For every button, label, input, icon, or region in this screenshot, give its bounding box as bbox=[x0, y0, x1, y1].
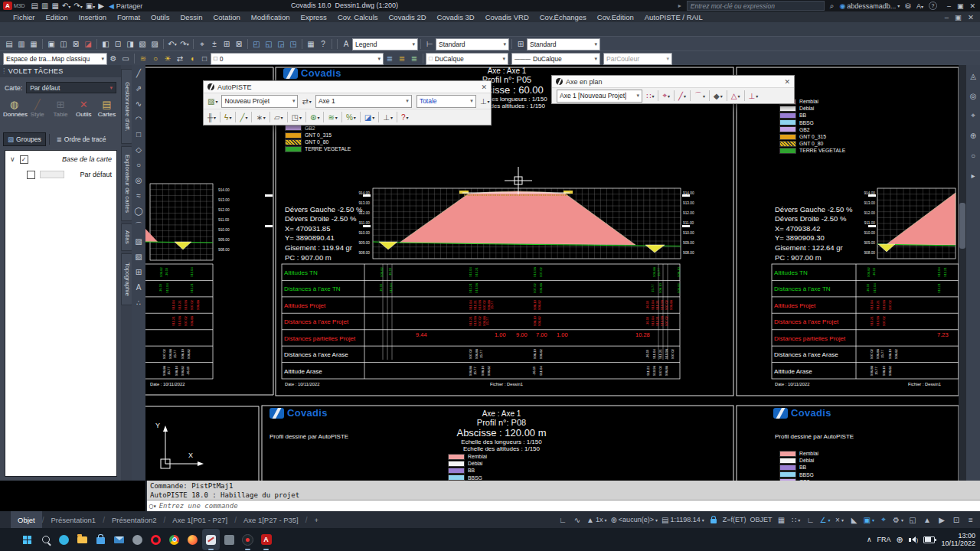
calculator-icon[interactable]: ▦ bbox=[305, 38, 317, 50]
groupes-button[interactable]: ▨ Groupes bbox=[3, 132, 46, 146]
copy-icon[interactable]: ⊡ bbox=[112, 38, 124, 50]
menu-fichier[interactable]: Fichier bbox=[8, 11, 41, 22]
layout-tab-1[interactable]: Présentation1 bbox=[44, 511, 103, 528]
autopiste-toolbar-titlebar[interactable]: AutoPISTE ✕ bbox=[204, 81, 491, 93]
tabulate-icon[interactable]: ∷▾ bbox=[645, 90, 655, 102]
text-style-combo[interactable]: Legend▾ bbox=[352, 38, 418, 51]
model-space-icon[interactable]: ∟ bbox=[557, 513, 568, 527]
gradient-icon[interactable]: ▧ bbox=[132, 249, 145, 264]
battery-icon[interactable] bbox=[923, 536, 936, 543]
share-view-icon[interactable]: ▶ bbox=[936, 513, 947, 527]
layer-properties-icon[interactable]: ≋ bbox=[137, 53, 149, 64]
circle-icon[interactable]: ○ bbox=[132, 157, 145, 172]
undo-icon[interactable]: ↶▾ bbox=[166, 38, 178, 50]
dynamic-input-icon[interactable]: ⌖ bbox=[878, 513, 889, 527]
donut-icon[interactable]: ◎ bbox=[132, 172, 145, 187]
task-tool-outils[interactable]: ✕Outils bbox=[73, 99, 95, 118]
open-file-icon[interactable]: ▥ bbox=[41, 2, 48, 10]
drawing-canvas[interactable]: CovadisProfil dessiné par AutoPISTEAxe :… bbox=[145, 65, 959, 481]
clothoid-icon[interactable]: ◆▾ bbox=[712, 90, 724, 102]
save-icon[interactable]: ▦ bbox=[28, 38, 40, 50]
isodraft-icon[interactable]: ◣ bbox=[849, 513, 860, 527]
layer-on-icon[interactable]: ○ bbox=[149, 53, 162, 64]
layout-tab-2[interactable]: Présentation2 bbox=[105, 511, 164, 528]
layout-icon[interactable]: ◱ bbox=[263, 38, 275, 50]
volume-icon[interactable]: ) bbox=[909, 536, 918, 543]
menu-cov-edition[interactable]: Cov.Edition bbox=[592, 11, 639, 22]
water-icon[interactable]: ◪▾ bbox=[363, 111, 376, 123]
profile-icon[interactable]: ⊥▾ bbox=[747, 90, 760, 102]
match-properties-icon[interactable]: ◧ bbox=[100, 38, 112, 50]
menu-covadis-3d[interactable]: Covadis 3D bbox=[432, 11, 480, 22]
search-input[interactable]: Entrez mot-clé ou expression bbox=[687, 1, 825, 11]
opera-icon[interactable] bbox=[147, 529, 165, 550]
redo-icon[interactable]: ↷▾ bbox=[178, 38, 191, 50]
polygon-icon[interactable]: ◇ bbox=[132, 142, 145, 157]
network-icon[interactable]: ⊕ bbox=[897, 535, 903, 545]
menu-insertion[interactable]: Insertion bbox=[74, 11, 112, 22]
paste-icon[interactable]: ◨ bbox=[124, 38, 136, 50]
layer-lock-icon[interactable]: ◖ bbox=[186, 53, 198, 64]
menu-covadis-2d[interactable]: Covadis 2D bbox=[384, 11, 432, 22]
space-toggle-button[interactable]: OBJET bbox=[750, 513, 773, 527]
revision-cloud-icon[interactable]: ⌒ bbox=[132, 218, 145, 233]
menu-express[interactable]: Express bbox=[296, 11, 332, 22]
doc-close-button[interactable]: ✕ bbox=[968, 13, 974, 21]
chrome-icon[interactable] bbox=[165, 529, 183, 550]
snipping-tool-icon[interactable] bbox=[202, 529, 220, 550]
layer-previous-icon[interactable]: ≣ bbox=[384, 53, 396, 64]
pan-icon[interactable]: ⌖ bbox=[196, 38, 208, 50]
viewport-scale-button[interactable]: ▤1:1198.14▾ bbox=[662, 513, 704, 527]
new-icon[interactable]: ▤ bbox=[3, 38, 15, 50]
close-icon[interactable]: ✕ bbox=[481, 83, 487, 91]
redo-icon[interactable]: ↷▾ bbox=[74, 2, 82, 10]
zoom-extents-icon[interactable]: ⊠ bbox=[233, 38, 245, 50]
graphics-warning-icon[interactable]: ▲ bbox=[922, 513, 933, 527]
viewcube-icon[interactable]: ◬ bbox=[966, 68, 980, 83]
new-layout-tab[interactable]: + bbox=[308, 511, 326, 528]
percent-icon[interactable]: %▾ bbox=[345, 111, 358, 123]
project-edit-icon[interactable]: ◳▾ bbox=[290, 111, 303, 123]
project-combo[interactable]: Nouveau Projet▾ bbox=[221, 95, 298, 108]
layout-tab-0[interactable]: Objet bbox=[11, 511, 42, 528]
account-button[interactable]: ◉ abdessamadb...▾ bbox=[839, 2, 900, 10]
selection-cycling-icon[interactable]: ◱ bbox=[907, 513, 918, 527]
help-icon[interactable]: ? bbox=[317, 38, 329, 50]
arc-icon[interactable]: ◠ bbox=[132, 111, 145, 126]
triangle-icon[interactable]: △▾ bbox=[730, 90, 742, 102]
display-icon[interactable]: ▭ bbox=[119, 53, 132, 64]
help-icon[interactable]: ?▾ bbox=[400, 111, 410, 123]
publish-icon[interactable]: ◪ bbox=[82, 38, 94, 50]
menu-modification[interactable]: Modification bbox=[246, 11, 296, 22]
layout-tab-4[interactable]: Axe 1[P27 - P35] bbox=[237, 511, 305, 528]
menu-edition[interactable]: Edition bbox=[41, 11, 74, 22]
share-button[interactable]: ◀ Partager bbox=[109, 2, 142, 10]
chevron-down-icon[interactable]: ∨ bbox=[10, 155, 15, 163]
grid-icon[interactable]: ▦ bbox=[776, 513, 787, 527]
language-indicator[interactable]: FRA bbox=[877, 536, 891, 543]
compute-icon[interactable]: ⊛▾ bbox=[309, 111, 321, 123]
layer-state-icon[interactable]: ≣ bbox=[396, 53, 408, 64]
linetype-combo[interactable]: ———DuCalque▾ bbox=[511, 53, 600, 65]
polar-tracking-icon[interactable]: ∠▾ bbox=[820, 513, 831, 527]
profile-icon[interactable]: ⊥▾ bbox=[479, 95, 492, 107]
construction-line-icon[interactable]: ⇗ bbox=[132, 80, 145, 96]
edit-icon[interactable]: ▨ bbox=[149, 38, 161, 50]
table-icon[interactable]: ⊞ bbox=[132, 264, 145, 279]
mode-combo[interactable]: Totale▾ bbox=[416, 95, 476, 108]
ortho-icon[interactable]: ∟ bbox=[805, 513, 816, 527]
new-file-icon[interactable]: ▤ bbox=[31, 2, 38, 10]
move-icon[interactable]: ⌖▾ bbox=[661, 90, 671, 102]
tree-item[interactable]: Par défaut bbox=[5, 166, 116, 181]
menu-outils[interactable]: Outils bbox=[145, 11, 175, 22]
app-store-icon[interactable]: ⛁ bbox=[905, 2, 911, 10]
doc-restore-button[interactable]: ▣ bbox=[955, 13, 962, 21]
viewport-icon[interactable]: ◰ bbox=[250, 38, 263, 50]
line-icon[interactable]: ╱▾ bbox=[677, 90, 688, 102]
edge-icon[interactable] bbox=[55, 529, 73, 550]
close-button[interactable]: ✕ bbox=[969, 2, 975, 10]
dim-style-combo[interactable]: Standard▾ bbox=[436, 38, 509, 51]
rectangle-icon[interactable]: □ bbox=[132, 126, 145, 142]
tree-checkbox[interactable] bbox=[27, 171, 35, 179]
tree-checkbox[interactable]: ✓ bbox=[20, 155, 28, 164]
